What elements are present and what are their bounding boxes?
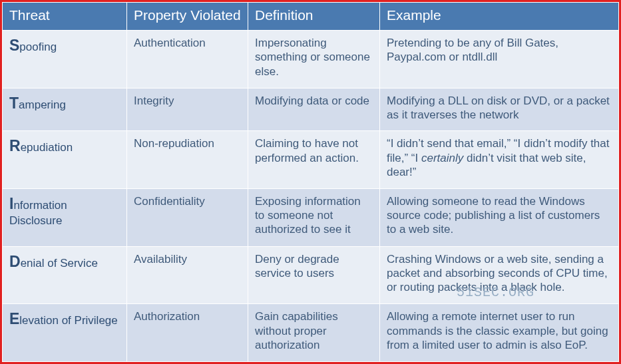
header-row: Threat Property Violated Definition Exam…: [3, 3, 619, 31]
threat-name: Information Disclosure: [3, 188, 127, 246]
stride-table: Threat Property Violated Definition Exam…: [2, 2, 619, 362]
definition: Claiming to have not performed an action…: [248, 131, 380, 189]
property-violated: Authentication: [127, 31, 248, 89]
property-violated: Availability: [127, 246, 248, 304]
definition: Modifying data or code: [248, 88, 380, 130]
definition: Exposing information to someone not auth…: [248, 188, 380, 246]
definition: Impersonating something or someone else.: [248, 31, 380, 89]
threat-name: Repudiation: [3, 131, 127, 189]
threat-name: Denial of Service: [3, 246, 127, 304]
property-violated: Authorization: [127, 304, 248, 362]
example: Crashing Windows or a web site, sending …: [380, 246, 619, 304]
header-example: Example: [380, 3, 619, 31]
definition: Deny or degrade service to users: [248, 246, 380, 304]
table-row: Information Disclosure Confidentiality E…: [3, 188, 619, 246]
definition: Gain capabilities without proper authori…: [248, 304, 380, 362]
table-row: Repudiation Non-repudiation Claiming to …: [3, 131, 619, 189]
example: Modifying a DLL on disk or DVD, or a pac…: [380, 88, 619, 130]
example: Pretending to be any of Bill Gates, Payp…: [380, 31, 619, 89]
table-row: Denial of Service Availability Deny or d…: [3, 246, 619, 304]
table-row: Tampering Integrity Modifying data or co…: [3, 88, 619, 130]
threat-name: Spoofing: [3, 31, 127, 89]
property-violated: Integrity: [127, 88, 248, 130]
threat-name: Elevation of Privilege: [3, 304, 127, 362]
threat-name: Tampering: [3, 88, 127, 130]
property-violated: Confidentiality: [127, 188, 248, 246]
example: “I didn’t send that email,” “I didn’t mo…: [380, 131, 619, 189]
example: Allowing someone to read the Windows sou…: [380, 188, 619, 246]
table-row: Elevation of Privilege Authorization Gai…: [3, 304, 619, 362]
example: Allowing a remote internet user to run c…: [380, 304, 619, 362]
header-threat: Threat: [3, 3, 127, 31]
table-row: Spoofing Authentication Impersonating so…: [3, 31, 619, 89]
property-violated: Non-repudiation: [127, 131, 248, 189]
header-definition: Definition: [248, 3, 380, 31]
header-property: Property Violated: [127, 3, 248, 31]
